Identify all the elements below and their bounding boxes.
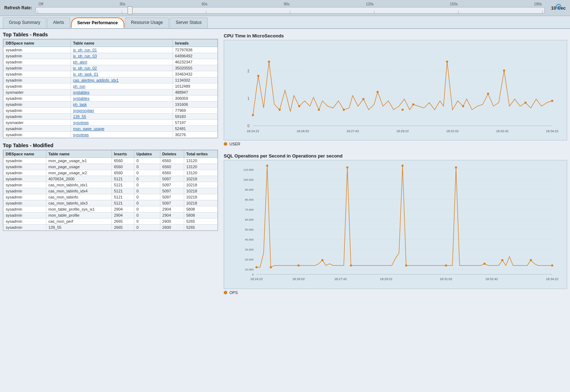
- cpu-chart-box: 0 1 2 18:24:22 18:26:02 18:27:42 18:29:2…: [224, 40, 567, 140]
- svg-point-24: [412, 103, 414, 105]
- svg-point-23: [401, 109, 404, 111]
- table-row: sysadmincas_mon_tabinfo_idx3512105097102…: [4, 200, 218, 206]
- table-row: sysadminph_task191606: [4, 102, 218, 108]
- svg-point-75: [501, 259, 503, 261]
- table-row: sysadmincas_mon_tabinfo_idx1512105097102…: [4, 182, 218, 188]
- table-row: sysadmin139_552665026005265: [4, 225, 218, 231]
- table-row: sysmastersysviews57197: [4, 120, 218, 126]
- table-row: sysadmin4070634_200051210509710218: [4, 176, 218, 182]
- tab-alerts[interactable]: Alerts: [47, 17, 70, 28]
- svg-point-30: [551, 100, 553, 102]
- mod-col-inserts: Inserts: [112, 150, 134, 158]
- svg-point-77: [551, 264, 553, 267]
- top-tables-modified-section: Top Tables - Modified DBSpace name Table…: [3, 143, 218, 231]
- table-row: sysadminmon_table_profile_sys_ix12904029…: [4, 206, 218, 212]
- cpu-chart-title: CPU Time in MicroSeconds: [224, 33, 567, 38]
- tab-group-summary[interactable]: Group Summary: [3, 17, 46, 28]
- sql-svg: 0 10.000 20.000 30.000 40.000 50.000 60.…: [224, 160, 567, 289]
- sql-legend-label: OPS: [229, 290, 238, 295]
- svg-text:40.000: 40.000: [245, 238, 254, 241]
- svg-point-73: [455, 166, 457, 169]
- svg-text:60.000: 60.000: [245, 218, 254, 221]
- sql-chart-area: SQL Operations per Second in Operations …: [224, 152, 567, 296]
- table-row: sysadminix_ph_task_0133463432: [4, 71, 218, 77]
- tab-resource-usage[interactable]: Resource Usage: [125, 17, 169, 28]
- top-tables-reads-section: Top Tables - Reads DBSpace name Table na…: [3, 32, 218, 138]
- slider-track[interactable]: |||||||: [36, 7, 545, 14]
- svg-point-76: [530, 259, 532, 261]
- svg-text:50.000: 50.000: [245, 228, 254, 231]
- cpu-chart-area: CPU Time in MicroSeconds 0 1 2 18:24:22 …: [224, 32, 567, 148]
- svg-point-70: [401, 165, 404, 167]
- svg-point-68: [346, 166, 348, 169]
- table-row: sysadmincas_mon_perf2665026005265: [4, 218, 218, 225]
- svg-text:90.000: 90.000: [245, 188, 254, 191]
- svg-point-27: [487, 93, 489, 95]
- top-tables-reads-container: DBSpace name Table name lsreads sysadmin…: [3, 39, 218, 138]
- table-row: sysadminmon_page_usage_ix165600656013120: [4, 158, 218, 164]
- top-tables-modified-title: Top Tables - Modified: [3, 143, 218, 148]
- svg-text:10.000: 10.000: [245, 268, 254, 271]
- svg-point-22: [377, 91, 379, 93]
- svg-point-28: [503, 69, 505, 72]
- mod-col-total: Total writes: [184, 150, 217, 158]
- reads-table-scroll[interactable]: DBSpace name Table name lsreads sysadmin…: [3, 39, 218, 138]
- reads-table: DBSpace name Table name lsreads sysadmin…: [3, 39, 218, 138]
- svg-text:18:26:02: 18:26:02: [296, 129, 309, 133]
- svg-point-15: [257, 75, 259, 77]
- table-row: sysadminix_ph_run_0235020555: [4, 65, 218, 71]
- table-row: sysadminmon_table_profile2904029045808: [4, 212, 218, 218]
- table-row: sysadminsysviews30276: [4, 132, 218, 138]
- table-row: sysadminsystables306059: [4, 96, 218, 102]
- modified-table: DBSpace name Table name Inserts Updates …: [3, 150, 218, 231]
- svg-point-69: [350, 264, 352, 267]
- refresh-label: Refresh Rate:: [4, 5, 32, 10]
- mod-col-deletes: Deletes: [160, 150, 184, 158]
- modified-table-scroll[interactable]: DBSpace name Table name Inserts Updates …: [3, 150, 218, 231]
- table-row: sysadminmon_page_usage65600656013120: [4, 164, 218, 170]
- svg-point-65: [270, 266, 272, 268]
- svg-text:30.000: 30.000: [245, 248, 254, 251]
- table-row: sysadminsysprocplan77969: [4, 108, 218, 114]
- svg-text:18:26:02: 18:26:02: [292, 277, 305, 281]
- table-row: sysmastersystables488947: [4, 89, 218, 96]
- refresh-bar: Refresh Rate: Off 30s 60s 90s 120s 150s …: [0, 0, 570, 16]
- svg-text:18:32:42: 18:32:42: [496, 129, 508, 133]
- tab-server-performance[interactable]: Server Performance: [71, 17, 124, 28]
- table-row: sysadmincas_mon_tabinfo_idx4512105097102…: [4, 188, 218, 194]
- cpu-legend-label: USER: [229, 142, 240, 146]
- cpu-svg: 0 1 2 18:24:22 18:26:02 18:27:42 18:29:2…: [224, 40, 567, 140]
- mod-col-updates: Updates: [134, 150, 160, 158]
- svg-point-67: [321, 259, 323, 261]
- svg-point-29: [524, 102, 527, 104]
- svg-point-64: [255, 266, 258, 268]
- tab-server-status[interactable]: Server Status: [170, 17, 208, 28]
- svg-point-72: [445, 264, 447, 267]
- slider-ticks: Off 30s 60s 90s 120s 150s 180s: [36, 2, 545, 6]
- svg-text:18:31:02: 18:31:02: [440, 277, 452, 281]
- svg-text:0: 0: [252, 273, 254, 276]
- svg-point-18: [298, 105, 300, 107]
- svg-text:110.000: 110.000: [243, 168, 254, 171]
- svg-text:2: 2: [247, 69, 249, 73]
- sql-legend: OPS: [224, 290, 567, 295]
- svg-text:18:27:42: 18:27:42: [334, 277, 347, 281]
- table-row: sysadmincas_alerting_addinfo_idx11134302: [4, 77, 218, 83]
- right-panel: CPU Time in MicroSeconds 0 1 2 18:24:22 …: [221, 29, 570, 392]
- svg-point-63: [266, 165, 268, 167]
- tabs-bar: Group Summary Alerts Server Performance …: [0, 16, 570, 29]
- svg-point-17: [279, 109, 281, 111]
- top-tables-modified-container: DBSpace name Table name Inserts Updates …: [3, 150, 218, 231]
- reads-col-table: Table name: [71, 40, 173, 47]
- table-row: sysadminph_alert46232347: [4, 59, 218, 65]
- svg-point-25: [446, 61, 448, 63]
- svg-rect-0: [253, 44, 552, 126]
- sql-chart-title: SQL Operations per Second in Operations …: [224, 153, 567, 159]
- svg-text:80.000: 80.000: [245, 198, 254, 201]
- svg-text:18:31:02: 18:31:02: [446, 129, 458, 133]
- settings-icon[interactable]: ⚙: [555, 2, 565, 12]
- svg-text:18:34:22: 18:34:22: [546, 129, 558, 133]
- table-row: sysadminix_ph_run_0172797838: [4, 47, 218, 53]
- svg-text:100.000: 100.000: [243, 178, 254, 181]
- svg-text:1: 1: [247, 97, 249, 100]
